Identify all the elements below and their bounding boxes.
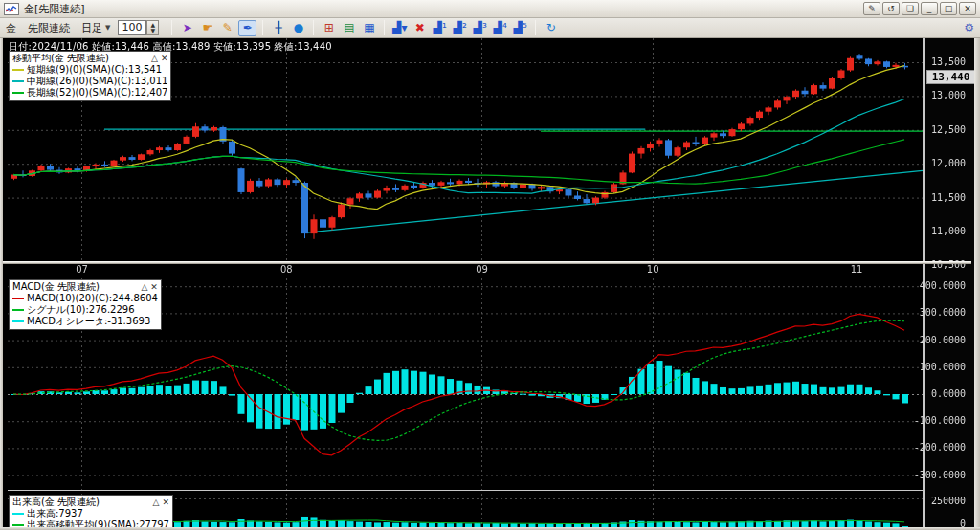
- layout-2-icon[interactable]: ▟²: [451, 20, 469, 36]
- restore-layout-icon[interactable]: ↺: [882, 2, 900, 15]
- candle-select-icon[interactable]: ╂: [269, 20, 287, 36]
- bar-count-stepper[interactable]: 100 ▲▼: [118, 20, 159, 35]
- y-axis-tick: 12,000: [931, 158, 966, 168]
- y-axis-column: 13,440 13,50013,00012,50012,00011,50011,…: [924, 38, 975, 527]
- panel-separator[interactable]: [0, 261, 971, 264]
- legend-row-text: 中期線(26)(0)(SMA)(C):13,011: [27, 76, 167, 87]
- legend-row: シグナル(10):276.2296: [12, 304, 158, 316]
- y-axis-tick: 300.0000: [920, 307, 966, 318]
- layout-4-icon[interactable]: ▟⁴: [491, 20, 509, 36]
- legend-close-icon[interactable]: ✕: [162, 497, 169, 508]
- legend-swatch: [12, 309, 24, 311]
- layout-1-icon[interactable]: ▟¹: [431, 20, 449, 36]
- x-axis-label: 10: [647, 264, 659, 275]
- legend-swatch: [12, 92, 24, 94]
- legend-close-icon[interactable]: ✕: [161, 53, 168, 64]
- histogram-menu-icon[interactable]: ▟▾: [390, 20, 409, 36]
- layout-3-icon[interactable]: ▟³: [471, 20, 489, 36]
- legend-row: MACDオシレータ:-31.3693: [12, 316, 158, 327]
- chart-area: 日付:2024/11/06 始値:13,446 高値:13,489 安値:13,…: [3, 38, 974, 527]
- annotate-icon[interactable]: ✎: [863, 2, 880, 15]
- legend-swatch: [12, 524, 24, 526]
- legend-minimize-icon[interactable]: △: [153, 497, 160, 508]
- scroll-latest-icon[interactable]: ●: [289, 20, 307, 36]
- legend-row-text: MACD(10)(20)(C):244.8604: [27, 293, 158, 304]
- chevron-down-icon: ▼: [105, 24, 110, 32]
- legend-row: 短期線(9)(0)(SMA)(C):13,541: [12, 64, 167, 76]
- stepper-arrows[interactable]: ▲▼: [146, 20, 159, 35]
- x-axis-label: 09: [476, 264, 488, 275]
- series-label[interactable]: 先限連続: [28, 21, 70, 35]
- y-axis-tick: -100.0000: [914, 415, 966, 426]
- duplicate-window-icon[interactable]: ❏: [902, 2, 919, 15]
- window-title: 金[先限連続]: [24, 2, 85, 16]
- quote-table-icon[interactable]: ▤: [340, 20, 358, 36]
- legend-row-text: シグナル(10):276.2296: [27, 304, 135, 316]
- y-axis-tick: 11,000: [931, 226, 966, 236]
- y-axis-tick: 13,000: [931, 90, 966, 100]
- symbol-label[interactable]: 金: [6, 21, 16, 35]
- legend-minimize-icon[interactable]: △: [141, 281, 147, 293]
- legend-row: 中期線(26)(0)(SMA)(C):13,011: [12, 76, 167, 87]
- legend-row-text: 長期線(52)(0)(SMA)(C):12,407: [27, 87, 167, 99]
- select-cursor-icon[interactable]: ➤: [178, 20, 196, 36]
- legend-swatch: [12, 513, 24, 515]
- maximize-button[interactable]: □: [940, 2, 957, 15]
- period-value: 日足: [81, 21, 102, 35]
- y-axis-tick: 0.0000: [931, 388, 966, 399]
- legend-swatch: [12, 80, 24, 82]
- title-bar: 金[先限連続] ✎ ↺ ❏ _ □ ✕: [0, 0, 980, 18]
- toolbar: 金 先限連続 日足 ▼ 100 ▲▼ ➤☛✎✒╂●⊞▤▦▟▾✖▟¹▟²▟³▟⁴▟…: [0, 18, 980, 38]
- last-price-tag: 13,440: [926, 70, 975, 84]
- app-window: 金[先限連続] ✎ ↺ ❏ _ □ ✕ 金 先限連続 日足 ▼ 100 ▲▼ ➤…: [0, 0, 980, 530]
- draw-pen-icon[interactable]: ✒: [238, 20, 256, 36]
- legend-row-text: 短期線(9)(0)(SMA)(C):13,541: [27, 64, 162, 76]
- pan-hand-icon[interactable]: ☛: [198, 20, 216, 36]
- layout-5-icon[interactable]: ▟⁵: [511, 20, 529, 36]
- legend-swatch: [12, 298, 24, 299]
- y-axis-tick: -200.0000: [914, 442, 966, 453]
- y-axis-tick: 250000: [931, 496, 966, 506]
- y-axis-tick: 400.0000: [920, 280, 966, 291]
- macd-legend-title: MACD(金 先限連続): [12, 281, 100, 293]
- delete-study-icon[interactable]: ✖: [411, 20, 429, 36]
- draw-pencil-icon[interactable]: ✎: [218, 20, 236, 36]
- minimize-button[interactable]: _: [921, 2, 938, 15]
- y-axis-tick: 100.0000: [920, 362, 966, 372]
- legend-minimize-icon[interactable]: △: [151, 53, 158, 64]
- legend-close-icon[interactable]: ✕: [150, 281, 158, 293]
- y-axis-tick: 11,500: [931, 192, 966, 203]
- chart-window-icon[interactable]: ⊞: [320, 20, 338, 36]
- volume-legend-title: 出来高(金 先限連続): [12, 497, 100, 508]
- app-chart-icon: [4, 3, 19, 15]
- period-dropdown[interactable]: 日足 ▼: [81, 21, 110, 35]
- legend-row-text: MACDオシレータ:-31.3693: [27, 316, 150, 327]
- legend-row: 出来高:7937: [12, 508, 169, 519]
- close-button[interactable]: ✕: [959, 2, 976, 15]
- x-axis-label: 11: [851, 264, 863, 275]
- grid-icon[interactable]: ▦: [360, 20, 378, 36]
- legend-swatch: [12, 69, 24, 71]
- x-axis-label: 07: [76, 264, 88, 275]
- legend-row: 長期線(52)(0)(SMA)(C):12,407: [12, 87, 167, 99]
- ma-legend: 移動平均(金 先限連続) △ ✕ 短期線(9)(0)(SMA)(C):13,54…: [9, 51, 171, 101]
- y-axis-tick: 200.0000: [920, 335, 966, 345]
- refresh-icon[interactable]: ↻: [542, 20, 560, 36]
- settings-wrench-icon[interactable]: ⚙: [964, 21, 974, 34]
- x-axis-month-labels: 0708091011: [3, 262, 922, 277]
- window-frame-left: [0, 38, 3, 530]
- window-frame-right: [974, 38, 980, 530]
- legend-swatch: [12, 320, 24, 322]
- y-axis-tick: -300.0000: [914, 470, 966, 480]
- macd-legend: MACD(金 先限連続) △ ✕ MACD(10)(20)(C):244.860…: [9, 279, 162, 330]
- legend-row: MACD(10)(20)(C):244.8604: [12, 293, 158, 304]
- legend-row-text: 出来高:7937: [27, 508, 83, 519]
- bar-count-value[interactable]: 100: [118, 20, 146, 35]
- ma-legend-title: 移動平均(金 先限連続): [12, 53, 109, 64]
- y-axis-tick: 13,500: [931, 56, 966, 67]
- volume-legend: 出来高(金 先限連続) △ ✕ 出来高:7937出来高移動平均(9)(SMA):…: [9, 495, 173, 530]
- x-axis-label: 08: [280, 264, 293, 275]
- y-axis-tick: 12,500: [931, 124, 966, 135]
